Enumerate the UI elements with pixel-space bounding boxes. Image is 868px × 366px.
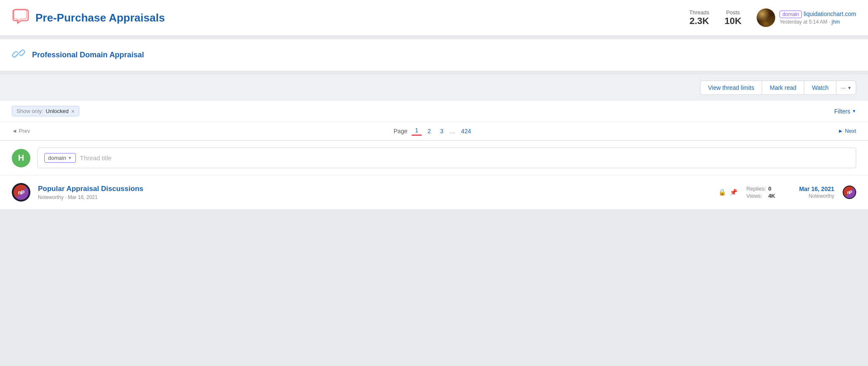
- tag-selector-value: domain: [48, 155, 66, 161]
- filter-value: Unlocked: [46, 108, 69, 114]
- page-3-button[interactable]: 3: [437, 127, 447, 135]
- new-thread-input-area[interactable]: domain ▼ Thread title: [37, 148, 856, 168]
- thread-last-poster-avatar: nP: [843, 186, 856, 199]
- more-dots: ···: [841, 84, 846, 91]
- threads-label: Threads: [689, 9, 709, 16]
- forum-header: Pre-Purchase Appraisals Threads 2.3K Pos…: [0, 0, 868, 36]
- pin-icon: 📌: [730, 188, 738, 196]
- filter-bar: Show only: Unlocked × Filters ▼: [0, 101, 868, 122]
- page-2-button[interactable]: 2: [424, 127, 434, 135]
- link-chain-icon: [12, 47, 25, 63]
- more-options-button[interactable]: ··· ▼: [836, 81, 856, 95]
- thread-poster-avatar: nP: [12, 183, 30, 202]
- watch-button[interactable]: Watch: [804, 81, 836, 95]
- thread-last-date-area: Mar 16, 2021 Noteworthy: [784, 186, 834, 199]
- lock-icon: 🔒: [718, 188, 726, 196]
- current-user-avatar: H: [12, 149, 30, 167]
- page-ellipsis: …: [449, 128, 455, 135]
- thread-title-input-placeholder[interactable]: Thread title: [80, 154, 112, 161]
- replies-views-stats: Replies: 0 Views: 4K: [746, 186, 775, 199]
- last-post-user[interactable]: jhm: [832, 19, 840, 25]
- posts-label: Posts: [725, 9, 741, 16]
- show-only-filter-tag[interactable]: Show only: Unlocked ×: [12, 106, 79, 116]
- thread-last-by: Noteworthy: [784, 193, 834, 199]
- np-avatar-inner: nP: [13, 185, 29, 200]
- toolbar-section: View thread limits Mark read Watch ··· ▼: [0, 75, 868, 101]
- tag-selector-button[interactable]: domain ▼: [44, 153, 76, 163]
- filter-close-button[interactable]: ×: [71, 108, 75, 114]
- thread-info: Popular Appraisal Discussions Noteworthy…: [38, 185, 711, 200]
- show-only-label: Show only:: [16, 108, 43, 114]
- forum-chat-icon: [12, 8, 30, 27]
- current-user-initial: H: [18, 153, 24, 163]
- page-label: Page: [394, 128, 407, 135]
- avatar-texture: [757, 8, 775, 27]
- pagination-center: Page 1 2 3 … 424: [394, 126, 474, 136]
- thread-meta: Noteworthy · Mar 16, 2021: [38, 194, 711, 200]
- table-row: nP Popular Appraisal Discussions Notewor…: [0, 175, 868, 210]
- thread-last-poster-np: nP: [844, 186, 855, 198]
- replies-label: Replies:: [746, 186, 766, 192]
- thread-last-date: Mar 16, 2021: [784, 186, 834, 192]
- thread-meta-separator: ·: [65, 194, 66, 200]
- last-post-area: domainliquidationchart.com Yesterday at …: [757, 8, 856, 27]
- page-424-button[interactable]: 424: [458, 127, 474, 135]
- thread-meta-prefix: Noteworthy: [38, 194, 64, 200]
- sticky-section: Professional Domain Appraisal: [0, 39, 868, 71]
- views-count: 4K: [768, 193, 775, 199]
- thread-title-link[interactable]: Popular Appraisal Discussions: [38, 185, 143, 193]
- tag-selector-chevron-icon: ▼: [68, 156, 72, 160]
- posts-count: 10K: [725, 16, 741, 26]
- page-container: Pre-Purchase Appraisals Threads 2.3K Pos…: [0, 0, 868, 210]
- last-post-info: domainliquidationchart.com Yesterday at …: [779, 11, 856, 25]
- thread-list-container: Show only: Unlocked × Filters ▼ ◄ Prev P…: [0, 101, 868, 210]
- filters-chevron-icon: ▼: [852, 109, 856, 113]
- last-post-timestamp: Yesterday at 5:14 AM: [779, 19, 828, 25]
- forum-title: Pre-Purchase Appraisals: [35, 11, 165, 24]
- pagination-bar: ◄ Prev Page 1 2 3 … 424 ► Next: [0, 122, 868, 141]
- thread-stats: 🔒 📌 Replies: 0 Views: 4K Mar 16, 2021 No: [718, 186, 856, 199]
- last-post-meta: Yesterday at 5:14 AM · jhm: [779, 19, 856, 25]
- views-label: Views:: [746, 193, 766, 199]
- replies-count: 0: [768, 186, 771, 192]
- last-post-separator: ·: [829, 19, 830, 25]
- threads-stat: Threads 2.3K: [689, 9, 709, 27]
- last-post-link-row: domainliquidationchart.com: [779, 11, 856, 18]
- posts-stat: Posts 10K: [725, 9, 741, 27]
- mark-read-button[interactable]: Mark read: [762, 81, 804, 95]
- view-thread-limits-button[interactable]: View thread limits: [700, 81, 762, 95]
- sticky-thread-title[interactable]: Professional Domain Appraisal: [32, 51, 144, 59]
- thread-status-icons: 🔒 📌: [718, 188, 738, 196]
- replies-row: Replies: 0: [746, 186, 775, 192]
- filters-label: Filters: [834, 108, 850, 115]
- views-row: Views: 4K: [746, 193, 775, 199]
- last-post-link[interactable]: liquidationchart.com: [803, 11, 856, 17]
- thread-meta-date: Mar 16, 2021: [68, 194, 98, 200]
- forum-stats-area: Threads 2.3K Posts 10K domainliquidation…: [689, 8, 856, 27]
- new-thread-row: H domain ▼ Thread title: [0, 141, 868, 175]
- threads-count: 2.3K: [690, 16, 709, 26]
- last-poster-avatar: [757, 8, 775, 27]
- domain-badge: domain: [779, 11, 802, 18]
- page-1-button[interactable]: 1: [412, 126, 422, 136]
- forum-title-area: Pre-Purchase Appraisals: [12, 8, 165, 27]
- pagination-prev-button[interactable]: ◄ Prev: [12, 128, 30, 134]
- chevron-down-icon: ▼: [847, 86, 852, 90]
- pagination-next-button[interactable]: ► Next: [838, 128, 856, 134]
- filters-dropdown-button[interactable]: Filters ▼: [834, 108, 856, 115]
